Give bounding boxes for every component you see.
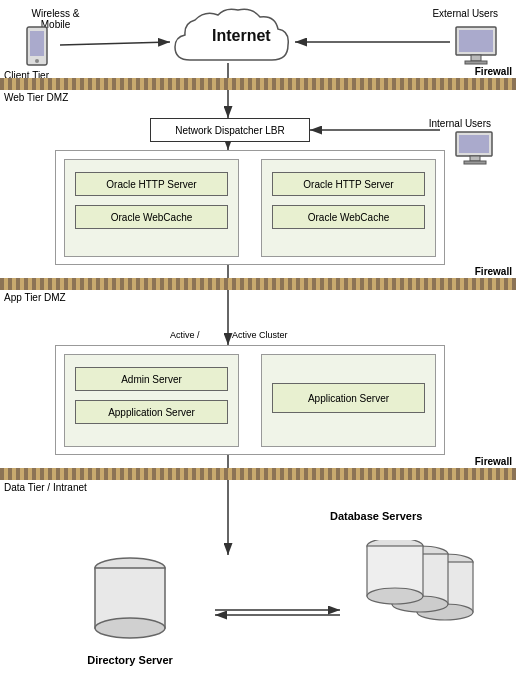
admin-server-box: Admin Server: [75, 367, 228, 391]
network-dispatcher-label: Network Dispatcher LBR: [175, 125, 284, 136]
diagram: Wireless & Mobile External Users Interne…: [0, 0, 516, 677]
svg-point-25: [95, 618, 165, 638]
app-cluster-left: Admin Server Appplication Server: [64, 354, 239, 447]
svg-line-2: [60, 42, 170, 45]
oracle-webcache-2: Oracle WebCache: [272, 205, 425, 229]
external-users-label: External Users: [432, 8, 498, 19]
svg-text:Internet: Internet: [212, 27, 271, 44]
svg-rect-17: [465, 61, 487, 64]
internal-users-label: Internal Users: [429, 118, 491, 129]
oracle-webcache-1: Oracle WebCache: [75, 205, 228, 229]
svg-rect-16: [471, 55, 481, 61]
svg-rect-22: [464, 161, 486, 164]
app-tier-dmz-label: App Tier DMZ: [4, 292, 66, 303]
svg-rect-15: [459, 30, 493, 52]
firewall-label-2: Firewall: [475, 266, 512, 277]
application-server-left-box: Appplication Server: [75, 400, 228, 424]
oracle-http-server-2: Oracle HTTP Server: [272, 172, 425, 196]
firewall-bar-2: [0, 278, 516, 290]
web-cluster-right: Oracle HTTP Server Oracle WebCache: [261, 159, 436, 257]
firewall-bar-1: [0, 78, 516, 90]
desktop-device-icon: [451, 25, 501, 72]
web-tier-dmz-label: Web Tier DMZ: [4, 92, 68, 103]
svg-point-34: [367, 588, 423, 604]
network-dispatcher-box: Network Dispatcher LBR: [150, 118, 310, 142]
firewall-bar-3: [0, 468, 516, 480]
app-cluster-right: Application Server: [261, 354, 436, 447]
mobile-device-icon: [22, 25, 52, 72]
database-servers-label: Database Servers: [330, 510, 422, 522]
svg-point-13: [35, 59, 39, 63]
active-label-app: Active / Active Cluster: [170, 330, 288, 340]
directory-server-label: Directory Server: [80, 654, 180, 666]
application-server-right-box: Application Server: [272, 383, 425, 413]
firewall-label-3: Firewall: [475, 456, 512, 467]
internal-desktop-icon: [453, 130, 498, 172]
directory-server-icon: Directory Server: [80, 550, 180, 666]
svg-rect-20: [459, 135, 489, 153]
internet-cloud: Internet: [160, 5, 300, 72]
web-cluster-left: Oracle HTTP Server Oracle WebCache: [64, 159, 239, 257]
svg-rect-21: [470, 156, 480, 161]
oracle-http-server-1: Oracle HTTP Server: [75, 172, 228, 196]
web-cluster-outer: Oracle HTTP Server Oracle WebCache Oracl…: [55, 150, 445, 265]
data-tier-label: Data Tier / Intranet: [4, 482, 87, 493]
svg-rect-12: [30, 31, 44, 56]
app-cluster-outer: Admin Server Appplication Server Applica…: [55, 345, 445, 455]
firewall-label-1: Firewall: [475, 66, 512, 77]
